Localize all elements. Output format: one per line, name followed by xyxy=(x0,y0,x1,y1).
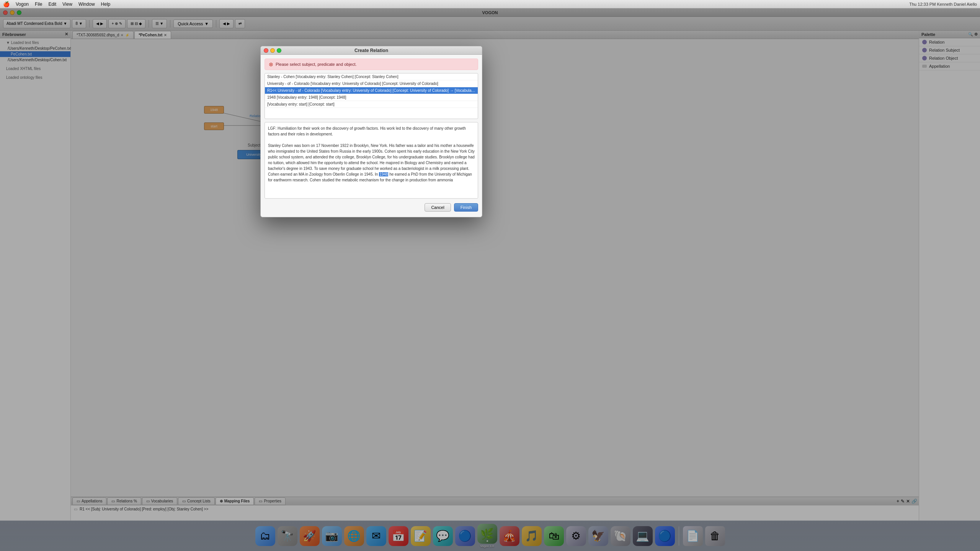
menu-window[interactable]: Window xyxy=(78,2,95,7)
modal-finish-button[interactable]: Finish xyxy=(454,203,478,212)
modal-error-banner: ⊗ Please select subject, predicate and o… xyxy=(265,59,478,70)
modal-close-btn[interactable] xyxy=(264,48,268,53)
modal-cancel-button[interactable]: Cancel xyxy=(425,203,451,212)
modal-list-item-1[interactable]: University - of - Colorado [Vocabulary e… xyxy=(265,80,478,87)
modal-min-btn[interactable] xyxy=(270,48,275,53)
modal-title: Create Relation xyxy=(354,48,388,53)
modal-dialog: Create Relation ⊗ Please select subject,… xyxy=(260,46,482,217)
modal-overlay: Create Relation ⊗ Please select subject,… xyxy=(0,0,980,551)
menu-help[interactable]: Help xyxy=(101,2,111,7)
modal-body: ⊗ Please select subject, predicate and o… xyxy=(261,55,482,217)
menu-vogon[interactable]: Vogon xyxy=(16,2,29,7)
menu-edit[interactable]: Edit xyxy=(48,2,56,7)
modal-text-area: LGF: Humiliation for their work on the d… xyxy=(265,122,478,199)
menu-file[interactable]: File xyxy=(35,2,42,7)
highlight-1948: 1948 xyxy=(379,172,388,176)
apple-menu[interactable]: 🍎 xyxy=(3,1,10,7)
menubar-right-info: Thu 12:33 PM Kenneth Daniel Aiello xyxy=(909,2,977,7)
modal-list-item-4[interactable]: [Vocabulary entry: start] [Concept: star… xyxy=(265,101,478,108)
modal-list-item-3[interactable]: 1948 [Vocabulary entry: 1948] [Concept: … xyxy=(265,94,478,101)
modal-list-item-2[interactable]: R1<< University - of - Colorado [Vocabul… xyxy=(265,87,478,94)
menubar: 🍎 Vogon File Edit View Window Help Thu 1… xyxy=(0,0,980,8)
error-icon: ⊗ xyxy=(269,61,273,67)
modal-max-btn[interactable] xyxy=(277,48,281,53)
modal-titlebar: Create Relation xyxy=(261,46,482,55)
modal-list-item-0[interactable]: Stanley - Cohen [Vocabulary entry: Stanl… xyxy=(265,73,478,80)
modal-buttons: Cancel Finish xyxy=(265,202,478,213)
modal-list[interactable]: Stanley - Cohen [Vocabulary entry: Stanl… xyxy=(265,73,478,119)
menu-view[interactable]: View xyxy=(62,2,72,7)
modal-error-text: Please select subject, predicate and obj… xyxy=(276,62,357,67)
